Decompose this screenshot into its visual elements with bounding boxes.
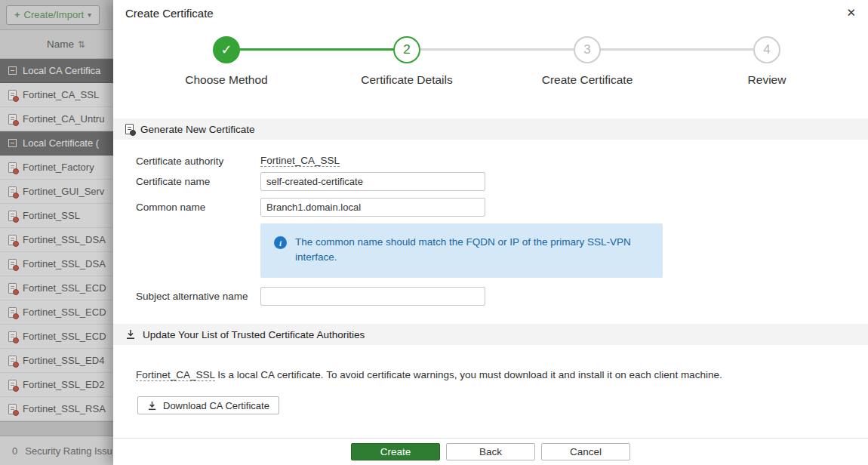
certificate-authority-value[interactable]: Fortinet_CA_SSL [260,155,340,167]
certificate-name-row: Certificate name [136,172,485,191]
step-review: 4 Review [676,36,857,87]
cancel-button[interactable]: Cancel [541,443,630,460]
certificate-authority-label: Certificate authority [136,156,260,167]
download-icon [125,329,136,340]
step-label: Certificate Details [316,73,497,87]
step-create-certificate: 3 Create Certificate [497,36,678,87]
close-icon[interactable]: ✕ [846,6,856,20]
section-title: Generate New Certificate [140,124,255,135]
create-certificate-modal: Create Certificate ✕ ✓ Choose Method 2 C… [113,0,868,465]
wizard-stepper: ✓ Choose Method 2 Certificate Details 3 … [113,26,868,109]
step-choose-method: ✓ Choose Method [136,36,317,87]
common-name-input[interactable] [260,198,485,217]
check-icon: ✓ [220,42,232,58]
modal-title: Create Certificate [125,7,214,20]
step-circle: 2 [393,36,420,63]
subject-alternative-name-input[interactable] [260,287,485,306]
common-name-row: Common name [136,198,485,217]
screen: + Create/Import ▾ Name ⇅ Local CA Certif… [0,0,868,465]
step-circle: ✓ [213,36,240,63]
common-name-label: Common name [136,202,260,213]
step-number: 2 [403,42,410,57]
subject-alternative-name-row: Subject alternative name [136,287,485,306]
step-number: 3 [583,42,590,57]
step-label: Choose Method [136,73,317,87]
info-icon: i [274,236,287,249]
subject-alternative-name-label: Subject alternative name [136,291,260,302]
certificate-name-label: Certificate name [136,176,260,187]
modal-backdrop [0,0,113,465]
certificate-authority-row: Certificate authority Fortinet_CA_SSL [136,151,340,171]
modal-footer: Create Back Cancel [113,438,868,465]
step-label: Review [676,73,857,87]
certificate-name-input[interactable] [260,172,485,191]
ca-download-note: Fortinet_CA_SSL Is a local CA certificat… [136,368,845,383]
create-button[interactable]: Create [351,443,440,460]
info-text: The common name should match the FQDN or… [295,235,649,266]
certificate-icon [125,124,134,134]
step-circle: 4 [753,36,780,63]
download-ca-certificate-button[interactable]: Download CA Certificate [137,396,279,414]
section-title: Update Your List of Trusted Certificate … [143,329,365,340]
download-icon [147,401,157,411]
ca-note-link[interactable]: Fortinet_CA_SSL [136,369,215,381]
download-button-label: Download CA Certificate [163,400,269,411]
modal-header: Create Certificate ✕ [113,0,868,26]
back-button[interactable]: Back [446,443,535,460]
step-label: Create Certificate [497,73,678,87]
section-generate-new-certificate: Generate New Certificate [113,119,868,140]
ca-note-text: Is a local CA certificate. To avoid cert… [215,369,722,380]
step-certificate-details: 2 Certificate Details [316,36,497,87]
section-update-trusted-ca: Update Your List of Trusted Certificate … [113,324,868,345]
common-name-info-box: i The common name should match the FQDN … [260,223,663,278]
step-number: 4 [763,42,770,57]
step-circle: 3 [574,36,601,63]
